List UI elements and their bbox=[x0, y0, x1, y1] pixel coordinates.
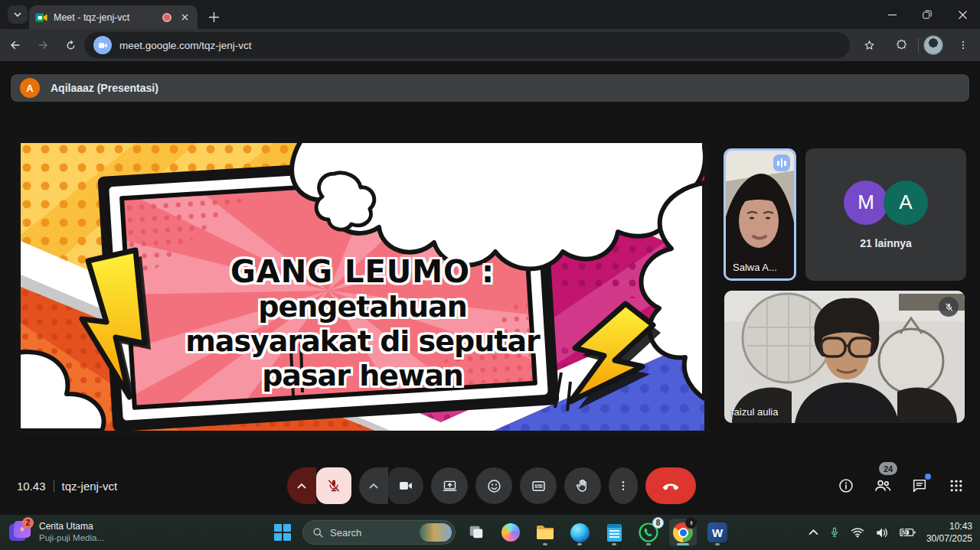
mic-toggle-button-muted[interactable] bbox=[316, 467, 351, 504]
slide-title-line: masyarakat di seputar bbox=[15, 324, 710, 359]
task-view-button[interactable] bbox=[462, 519, 490, 546]
tab-search-button[interactable] bbox=[8, 5, 28, 24]
browser-menu-button[interactable] bbox=[951, 33, 975, 57]
chat-button[interactable] bbox=[910, 476, 929, 496]
mic-off-icon bbox=[944, 302, 954, 312]
chrome-button-active[interactable] bbox=[669, 519, 697, 546]
edge-button[interactable] bbox=[566, 519, 593, 546]
mic-off-icon bbox=[326, 478, 341, 493]
file-explorer-button[interactable] bbox=[531, 519, 559, 546]
star-icon bbox=[863, 39, 876, 52]
camera-toggle-button[interactable] bbox=[388, 467, 423, 504]
site-camera-chip-icon[interactable] bbox=[93, 36, 112, 54]
more-options-button[interactable] bbox=[609, 467, 638, 504]
copilot-button[interactable] bbox=[497, 519, 524, 546]
browser-tab-meet[interactable]: Meet - tqz-jenj-vct bbox=[29, 5, 198, 29]
minimize-icon bbox=[888, 11, 897, 19]
whatsapp-button[interactable]: 8 bbox=[635, 519, 662, 546]
word-icon: W bbox=[707, 522, 727, 542]
taskbar-search-box[interactable]: Search bbox=[302, 520, 456, 545]
tab-title: Meet - tqz-jenj-vct bbox=[54, 12, 156, 23]
address-bar[interactable]: meet.google.com/tqz-jenj-vct bbox=[84, 32, 850, 58]
avatar-a: A bbox=[884, 181, 928, 225]
widgets-icon: ☀ 2 bbox=[9, 521, 32, 544]
participant-tile-faizul[interactable]: faizul aulia bbox=[724, 291, 965, 423]
meta-divider bbox=[54, 480, 54, 492]
search-icon bbox=[312, 527, 324, 539]
profile-avatar[interactable] bbox=[923, 35, 943, 55]
captions-icon bbox=[531, 478, 547, 494]
kebab-menu-icon bbox=[958, 40, 969, 50]
window-minimize-button[interactable] bbox=[874, 0, 910, 29]
presenter-label: Aqilaaaz (Presentasi) bbox=[51, 82, 158, 94]
participants-button[interactable]: 24 bbox=[873, 476, 893, 496]
captions-button[interactable] bbox=[520, 467, 557, 504]
widgets-subtitle: Puji-puji Media... bbox=[39, 532, 104, 543]
volume-icon[interactable] bbox=[875, 527, 889, 539]
reload-icon bbox=[64, 39, 77, 52]
participant-tile-salwa[interactable]: Salwa A... bbox=[724, 148, 796, 281]
close-icon bbox=[959, 11, 967, 19]
start-button[interactable] bbox=[270, 519, 296, 545]
forward-button[interactable] bbox=[31, 33, 55, 57]
url-text[interactable]: meet.google.com/tqz-jenj-vct bbox=[119, 40, 252, 51]
camera-options-button[interactable] bbox=[359, 467, 388, 504]
plus-icon bbox=[209, 12, 219, 22]
bookmark-star-button[interactable] bbox=[857, 33, 881, 57]
presenting-banner: A Aqilaaaz (Presentasi) bbox=[11, 74, 969, 102]
widgets-button[interactable]: ☀ 2 Cerita Utama Puji-puji Media... bbox=[9, 521, 104, 544]
notes-app-button[interactable] bbox=[600, 519, 628, 546]
shared-presentation[interactable]: GANG LEUMO : pengetahuan masyarakat di s… bbox=[15, 138, 710, 436]
slide-title-line: pasar hewan bbox=[15, 359, 710, 393]
chat-icon bbox=[911, 477, 928, 494]
overflow-count-label: 21 lainnya bbox=[860, 237, 912, 249]
raise-hand-button[interactable] bbox=[564, 467, 601, 504]
present-screen-button[interactable] bbox=[431, 467, 468, 504]
forward-arrow-icon bbox=[36, 38, 50, 52]
meeting-clock: 10.43 bbox=[17, 480, 46, 493]
task-view-icon bbox=[468, 524, 485, 541]
end-call-button[interactable] bbox=[645, 467, 696, 504]
participant-name: faizul aulia bbox=[731, 406, 778, 418]
presenter-avatar: A bbox=[20, 78, 40, 98]
overflow-participants-tile[interactable]: M A 21 lainnya bbox=[805, 148, 966, 281]
kebab-menu-icon bbox=[617, 480, 629, 492]
audio-active-icon bbox=[773, 155, 790, 171]
chevron-down-icon bbox=[14, 12, 21, 17]
grid-icon bbox=[949, 478, 964, 493]
toolbar-right-cluster bbox=[854, 29, 975, 61]
widgets-headline: Cerita Utama Puji-puji Media... bbox=[39, 521, 104, 543]
edge-icon bbox=[570, 523, 590, 542]
video-camera-icon bbox=[398, 478, 413, 493]
wifi-icon[interactable] bbox=[851, 527, 864, 538]
call-controls bbox=[287, 467, 696, 504]
window-close-button[interactable] bbox=[945, 0, 980, 29]
search-daily-image[interactable] bbox=[420, 523, 452, 542]
battery-charging-icon[interactable] bbox=[900, 528, 916, 537]
slide-title-line: GANG LEUMO : bbox=[15, 254, 710, 290]
reactions-button[interactable] bbox=[475, 467, 512, 504]
tab-close-button[interactable] bbox=[178, 11, 191, 24]
window-restore-button[interactable] bbox=[910, 0, 945, 29]
video-camera-icon bbox=[98, 41, 108, 50]
new-tab-button[interactable] bbox=[204, 7, 224, 27]
tray-date: 30/07/2025 bbox=[926, 532, 972, 545]
mic-options-button[interactable] bbox=[287, 467, 316, 504]
word-button[interactable]: W bbox=[704, 519, 731, 546]
chevron-up-icon bbox=[369, 483, 378, 489]
participant-name: Salwa A... bbox=[733, 262, 777, 273]
activities-button[interactable] bbox=[946, 476, 966, 496]
faizul-video-feed bbox=[724, 291, 965, 423]
avatar-m: M bbox=[844, 181, 888, 225]
extensions-button[interactable] bbox=[889, 33, 913, 57]
overflow-avatars: M A bbox=[844, 181, 928, 225]
tray-clock[interactable]: 10:43 30/07/2025 bbox=[926, 520, 972, 545]
meeting-details-button[interactable] bbox=[836, 476, 856, 496]
info-icon bbox=[838, 477, 854, 494]
tray-mic-in-use-icon[interactable] bbox=[829, 526, 840, 539]
back-button[interactable] bbox=[3, 33, 28, 57]
reload-button[interactable] bbox=[58, 33, 83, 57]
widgets-badge: 2 bbox=[22, 517, 34, 529]
meet-control-bar: 10.43 tqz-jenj-vct bbox=[0, 464, 980, 507]
tray-overflow-button[interactable] bbox=[808, 529, 818, 535]
